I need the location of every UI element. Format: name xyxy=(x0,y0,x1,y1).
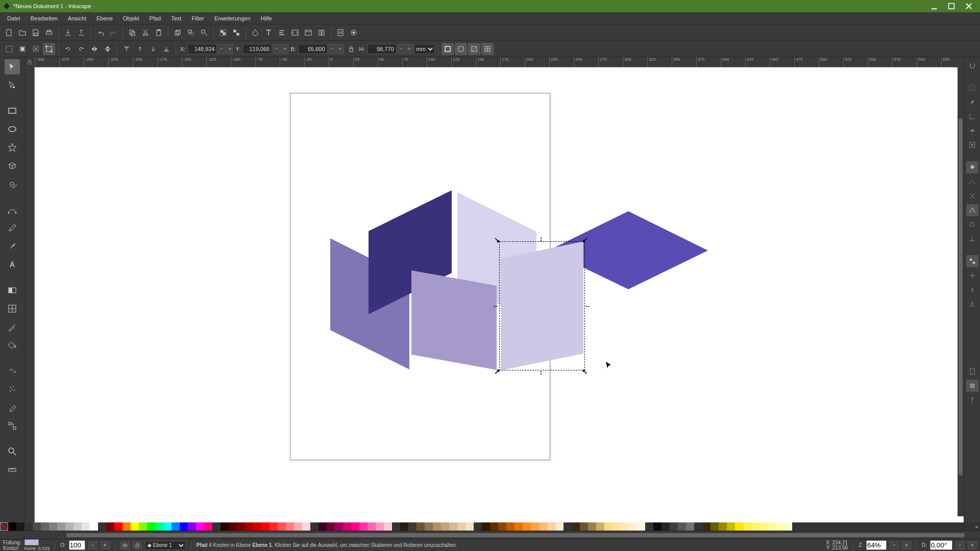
menu-path[interactable]: Pfad xyxy=(144,13,166,23)
snap-rotation-center-button[interactable] xyxy=(966,269,978,282)
paint-bucket-tool[interactable] xyxy=(5,338,20,353)
color-swatch[interactable] xyxy=(490,522,498,531)
doc-props-button[interactable] xyxy=(334,27,347,39)
color-swatch[interactable] xyxy=(637,522,645,531)
text-tool[interactable] xyxy=(5,257,20,272)
color-swatch[interactable] xyxy=(686,522,694,531)
xml-editor-button[interactable] xyxy=(289,27,301,39)
selectors-button[interactable] xyxy=(315,27,328,39)
move-pattern-button[interactable] xyxy=(481,43,494,55)
x-plus-button[interactable]: + xyxy=(226,44,233,54)
color-swatch[interactable] xyxy=(653,522,662,531)
color-swatch[interactable] xyxy=(318,522,327,531)
stroke-value[interactable]: Keine xyxy=(24,546,36,551)
raise-button[interactable] xyxy=(134,43,146,55)
snap-bbox-button[interactable] xyxy=(966,82,978,94)
opacity-input[interactable] xyxy=(69,540,85,550)
import-button[interactable] xyxy=(62,27,74,39)
duplicate-button[interactable] xyxy=(172,27,184,39)
h-minus-button[interactable]: − xyxy=(398,44,405,54)
raise-top-button[interactable] xyxy=(120,43,133,55)
unlink-clone-button[interactable] xyxy=(198,27,210,39)
handle-nw[interactable]: ↘ xyxy=(494,237,500,243)
snap-page-button[interactable] xyxy=(966,365,978,378)
color-swatch[interactable] xyxy=(229,522,237,531)
color-swatch[interactable] xyxy=(433,522,441,531)
color-swatch[interactable] xyxy=(449,522,457,531)
menu-extensions[interactable]: Erweiterungen xyxy=(209,13,256,23)
color-swatch[interactable] xyxy=(188,522,196,531)
color-swatch[interactable] xyxy=(172,522,180,531)
color-swatch[interactable] xyxy=(74,522,82,531)
mesh-tool[interactable] xyxy=(5,301,20,316)
eraser-tool[interactable] xyxy=(5,400,20,415)
gradient-tool[interactable] xyxy=(5,283,20,298)
selector-tool[interactable] xyxy=(5,59,20,74)
calligraphy-tool[interactable] xyxy=(5,239,20,254)
color-swatch[interactable] xyxy=(498,522,506,531)
menu-help[interactable]: Hilfe xyxy=(256,13,277,23)
color-swatch[interactable] xyxy=(359,522,368,531)
color-swatch[interactable] xyxy=(155,522,163,531)
color-swatch[interactable] xyxy=(245,522,253,531)
3dbox-tool[interactable] xyxy=(5,158,20,173)
snap-guide-button[interactable] xyxy=(966,394,978,406)
color-swatch[interactable] xyxy=(302,522,310,531)
w-input[interactable] xyxy=(298,44,328,54)
color-swatch[interactable] xyxy=(327,522,335,531)
move-gradient-button[interactable] xyxy=(468,43,480,55)
color-swatch[interactable] xyxy=(237,522,245,531)
color-swatch[interactable] xyxy=(760,522,768,531)
dropper-tool[interactable] xyxy=(5,319,20,335)
color-swatch[interactable] xyxy=(139,522,147,531)
handle-w[interactable]: ↔ xyxy=(492,303,498,309)
zoom-input[interactable] xyxy=(866,540,887,550)
export-button[interactable] xyxy=(75,27,87,39)
snap-line-mid-button[interactable] xyxy=(966,233,978,245)
paste-button[interactable] xyxy=(153,27,165,39)
layer-select[interactable]: ◆ Ebene 1 xyxy=(145,541,186,550)
ruler-horizontal[interactable]: -300-275-250-225-200-175-150-125-100-75-… xyxy=(35,57,953,67)
ungroup-button[interactable] xyxy=(230,27,242,39)
color-swatch[interactable] xyxy=(596,522,604,531)
color-swatch[interactable] xyxy=(441,522,449,531)
color-swatch[interactable] xyxy=(261,522,270,531)
no-color-swatch[interactable] xyxy=(0,522,8,531)
color-swatch[interactable] xyxy=(65,522,74,531)
color-swatch[interactable] xyxy=(539,522,547,531)
color-swatch[interactable] xyxy=(735,522,743,531)
color-swatch[interactable] xyxy=(278,522,286,531)
color-swatch[interactable] xyxy=(408,522,416,531)
color-swatch[interactable] xyxy=(343,522,351,531)
snap-cusp-button[interactable] xyxy=(966,204,978,216)
print-button[interactable] xyxy=(43,27,55,39)
color-swatch[interactable] xyxy=(33,522,41,531)
y-minus-button[interactable]: − xyxy=(273,44,280,54)
deselect-button[interactable] xyxy=(30,43,42,55)
color-swatch[interactable] xyxy=(270,522,278,531)
color-swatch[interactable] xyxy=(580,522,588,531)
handle-sw[interactable]: ↗ xyxy=(494,368,500,374)
zoom-tool[interactable] xyxy=(5,444,20,459)
node-tool[interactable] xyxy=(5,78,20,93)
open-button[interactable] xyxy=(16,27,29,39)
ruler-vertical[interactable] xyxy=(24,67,35,522)
rectangle-tool[interactable] xyxy=(5,103,20,118)
color-swatch[interactable] xyxy=(253,522,261,531)
color-swatch[interactable] xyxy=(147,522,155,531)
color-swatch[interactable] xyxy=(204,522,212,531)
menu-edit[interactable]: Bearbeiten xyxy=(26,13,63,23)
color-swatch[interactable] xyxy=(523,522,531,531)
color-swatch[interactable] xyxy=(131,522,139,531)
color-swatch[interactable] xyxy=(710,522,719,531)
spiral-tool[interactable] xyxy=(5,177,20,192)
star-tool[interactable] xyxy=(5,140,20,155)
minimize-button[interactable] xyxy=(926,1,942,12)
clone-button[interactable] xyxy=(185,27,197,39)
y-plus-button[interactable]: + xyxy=(281,44,288,54)
color-swatch[interactable] xyxy=(425,522,433,531)
color-swatch[interactable] xyxy=(384,522,392,531)
color-swatch[interactable] xyxy=(727,522,735,531)
color-swatch[interactable] xyxy=(196,522,204,531)
handle-n[interactable]: ↕ xyxy=(538,236,544,242)
